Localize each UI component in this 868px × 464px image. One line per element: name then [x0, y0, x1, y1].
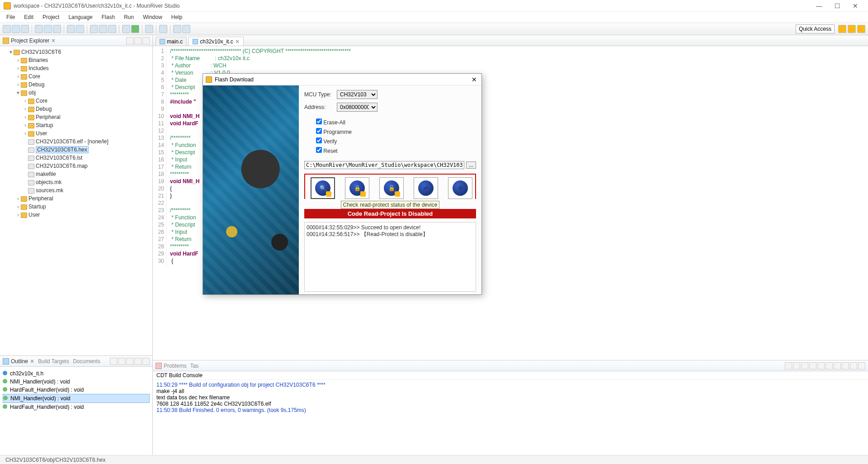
outline-item[interactable]: ch32v10x_it.h [3, 369, 150, 378]
link-editor-icon[interactable] [134, 37, 142, 44]
tree-folder[interactable]: Startup [36, 122, 53, 128]
menu-file[interactable]: File [3, 13, 19, 21]
tree-file[interactable]: CH32V103C6T6.map [36, 163, 88, 169]
tasks-tab[interactable]: Tas [190, 363, 199, 369]
checkbox-erase-all[interactable]: Erase-All [316, 118, 476, 126]
check-read-protect-button[interactable]: 🔍 [311, 177, 335, 199]
checkbox-programme[interactable]: Programme [316, 128, 476, 135]
menu-help[interactable]: Help [168, 13, 186, 21]
nav-back-icon[interactable] [173, 25, 181, 33]
perspective-open-icon[interactable] [838, 25, 846, 33]
tree-file[interactable]: makefile [36, 171, 56, 177]
dialog-close-button[interactable]: ✕ [470, 76, 479, 83]
tree-folder[interactable]: Debug [28, 81, 44, 88]
close-button[interactable]: ✕ [846, 2, 864, 9]
tree-file[interactable]: CH32V103C6T6.hex [36, 146, 89, 153]
outline-btn-2[interactable] [118, 358, 125, 365]
run-icon[interactable] [131, 25, 139, 33]
dialog-log[interactable]: 0000#14:32:55:029>> Succeed to open devi… [304, 222, 476, 292]
menu-run[interactable]: Run [120, 13, 137, 21]
close-icon[interactable]: ✕ [30, 358, 34, 365]
outline-item[interactable]: HardFault_Handler(void) : void [3, 386, 150, 394]
tree-file[interactable]: sources.mk [36, 187, 63, 194]
save-icon[interactable] [12, 25, 20, 33]
undo-icon[interactable] [67, 25, 75, 33]
execute-button[interactable]: ⚙ [448, 177, 472, 199]
tree-folder[interactable]: User [36, 130, 47, 137]
tree-folder[interactable]: User [28, 212, 40, 218]
tree-folder-obj[interactable]: obj [28, 90, 36, 96]
console-btn-6[interactable] [826, 362, 833, 369]
mcu-type-select[interactable]: CH32V103 [337, 90, 377, 99]
tree-folder[interactable]: Peripheral [36, 114, 61, 120]
reset-icon[interactable] [99, 25, 107, 33]
maximize-button[interactable]: ☐ [828, 2, 846, 9]
menu-project[interactable]: Project [39, 13, 63, 21]
editor-tab[interactable]: main.c [156, 37, 187, 46]
outline-btn-1[interactable] [110, 358, 117, 365]
outline-btn-4[interactable] [134, 358, 142, 365]
checkbox-verify[interactable]: Verify [316, 137, 476, 145]
outline-tab[interactable]: Outline [11, 358, 28, 365]
outline-item[interactable]: HardFault_Handler(void) : void [3, 403, 150, 411]
console-output[interactable]: 11:50:29 **** Build of configuration obj… [153, 380, 868, 455]
tree-file[interactable]: CH32V103C6T6.elf - [none/le] [36, 138, 108, 145]
close-icon[interactable]: ✕ [235, 38, 240, 45]
console-btn-4[interactable] [809, 362, 816, 369]
save-all-icon[interactable] [21, 25, 29, 33]
outline-list[interactable]: ch32v10x_it.hNMI_Handler(void) : voidHar… [0, 367, 152, 455]
nav-fwd-icon[interactable] [182, 25, 190, 33]
tree-folder[interactable]: Includes [28, 65, 49, 71]
problems-tab[interactable]: Problems [164, 363, 187, 369]
enable-read-protect-button[interactable]: 🔒 [345, 177, 369, 199]
tree-folder[interactable]: Binaries [28, 57, 48, 63]
view-menu-icon[interactable] [142, 37, 150, 44]
debug-icon[interactable] [122, 25, 130, 33]
tree-file[interactable]: objects.mk [36, 179, 61, 185]
dialog-title-bar[interactable]: Flash Download ✕ [203, 74, 481, 85]
outline-item[interactable]: NMI_Handler(void) : void [3, 378, 150, 386]
checkbox-input[interactable] [316, 128, 322, 134]
checkbox-input[interactable] [316, 147, 322, 153]
console-btn-9[interactable] [850, 362, 857, 369]
disable-read-protect-button[interactable]: 🔓 [379, 177, 404, 199]
checkbox-reset[interactable]: Reset [316, 147, 476, 154]
collapse-all-icon[interactable] [126, 37, 133, 44]
close-icon[interactable]: ✕ [51, 38, 56, 44]
tree-folder[interactable]: Core [36, 98, 47, 104]
address-select[interactable]: 0x08000000 [337, 103, 377, 112]
perspective-cdt-icon[interactable] [848, 25, 856, 33]
hammer-icon[interactable] [44, 25, 52, 33]
tree-folder[interactable]: Peripheral [28, 195, 53, 202]
checkbox-input[interactable] [316, 137, 322, 143]
quick-access[interactable]: Quick Access [796, 24, 835, 33]
build-targets-tab[interactable]: Build Targets [38, 358, 69, 365]
console-btn-8[interactable] [842, 362, 849, 369]
editor-tab[interactable]: ch32v10x_it.c ✕ [189, 37, 243, 46]
download-icon[interactable] [90, 25, 98, 33]
checkbox-input[interactable] [316, 118, 322, 124]
path-input[interactable] [304, 161, 464, 169]
outline-btn-5[interactable] [142, 358, 150, 365]
console-btn-2[interactable] [793, 362, 800, 369]
tree-folder[interactable]: Core [28, 73, 40, 80]
build-all-icon[interactable] [53, 25, 61, 33]
new-icon[interactable] [3, 25, 11, 33]
documents-tab[interactable]: Documents [73, 358, 100, 365]
console-btn-10[interactable] [858, 362, 865, 369]
search-icon[interactable] [159, 25, 167, 33]
tree-folder[interactable]: Startup [28, 204, 46, 210]
menu-edit[interactable]: Edit [20, 13, 37, 21]
build-icon[interactable] [35, 25, 43, 33]
browse-button[interactable]: ... [466, 161, 476, 169]
menu-flash[interactable]: Flash [98, 13, 118, 21]
perspective-debug-icon[interactable] [857, 25, 865, 33]
console-btn-3[interactable] [801, 362, 808, 369]
menu-language[interactable]: Language [65, 13, 96, 21]
redo-icon[interactable] [76, 25, 84, 33]
outline-btn-3[interactable] [126, 358, 133, 365]
console-btn-5[interactable] [817, 362, 825, 369]
tree-folder[interactable]: Debug [36, 106, 52, 112]
wand-icon[interactable] [145, 25, 153, 33]
outline-item[interactable]: NMI_Handler(void) : void [3, 394, 150, 403]
